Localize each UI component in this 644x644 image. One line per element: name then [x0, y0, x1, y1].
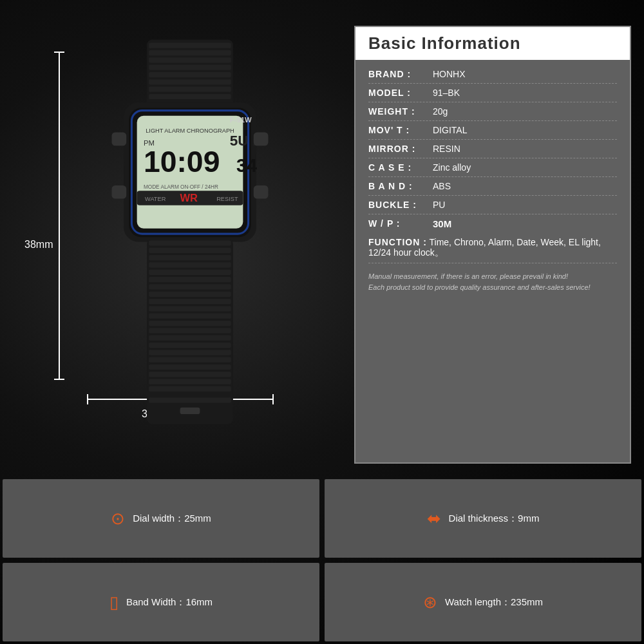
svg-rect-52 — [180, 408, 200, 414]
info-key-3: MOV' T : — [368, 125, 433, 135]
svg-rect-4 — [149, 65, 231, 70]
svg-rect-6 — [149, 79, 231, 84]
svg-rect-42 — [149, 328, 231, 333]
svg-rect-2 — [149, 50, 231, 55]
info-row-2: WEIGHT : 20g — [368, 102, 617, 121]
info-row-7: BUCKLE : PU — [368, 196, 617, 214]
info-row-5: C A S E : Zinc alloy — [368, 158, 617, 177]
info-row-1: MODEL : 91–BK — [368, 84, 617, 102]
info-key-7: BUCKLE : — [368, 200, 433, 210]
dial-thickness-cell: ⬌ Dial thickness：9mm — [325, 479, 641, 558]
svg-rect-5 — [149, 72, 231, 77]
info-key-5: C A S E : — [368, 162, 433, 173]
watch-length-cell: ⊛ Watch length：235mm — [325, 563, 641, 641]
info-val-4: RESIN — [433, 144, 617, 154]
info-key-6: B A N D : — [368, 181, 433, 191]
svg-text:5U: 5U — [230, 133, 249, 149]
watch-area: 38mm 35mm — [13, 19, 348, 470]
info-title: Basic Information — [368, 33, 521, 53]
band-width-icon: ▯ — [109, 592, 118, 612]
svg-text:F-91W: F-91W — [230, 116, 252, 124]
svg-rect-48 — [149, 372, 231, 377]
svg-text:MODE    ALARM  ON·OFF / 24HR: MODE ALARM ON·OFF / 24HR — [144, 184, 218, 190]
disclaimer-line2: Each product sold to provide quality ass… — [368, 282, 617, 293]
dial-width-icon: ⊙ — [111, 509, 125, 529]
svg-text:LIGHT      ALARM CHRONOGRAPH: LIGHT ALARM CHRONOGRAPH — [146, 128, 234, 134]
svg-rect-49 — [149, 379, 231, 384]
info-val-5: Zinc alloy — [433, 162, 617, 173]
svg-rect-7 — [149, 87, 231, 92]
svg-text:34: 34 — [236, 155, 257, 176]
info-key-4: MIRROR : — [368, 144, 433, 154]
svg-rect-44 — [149, 343, 231, 348]
svg-rect-31 — [149, 248, 231, 253]
dim-38mm-label: 38mm — [24, 239, 53, 251]
watch-length-icon: ⊛ — [423, 592, 437, 612]
info-val-0: HONHX — [433, 69, 617, 79]
info-row-8: W / P : 30M — [368, 214, 617, 233]
info-disclaimer: Manual measurement, if there is an error… — [368, 271, 617, 292]
svg-rect-27 — [254, 185, 269, 199]
info-val-1: 91–BK — [433, 88, 617, 98]
svg-rect-32 — [149, 255, 231, 260]
info-key-8: W / P : — [368, 218, 433, 229]
svg-text:WATER: WATER — [145, 196, 166, 202]
svg-rect-50 — [149, 386, 231, 392]
main-container: 38mm 35mm — [0, 0, 644, 644]
svg-text:WR: WR — [180, 192, 198, 204]
info-val-6: ABS — [433, 181, 617, 191]
svg-rect-25 — [112, 185, 127, 199]
function-key: FUNCTION : — [368, 237, 427, 247]
svg-rect-51 — [149, 397, 231, 402]
info-panel: Basic Information BRAND : HONHX MODEL : … — [354, 26, 631, 464]
dial-thickness-icon: ⬌ — [427, 509, 441, 529]
svg-rect-46 — [149, 357, 231, 363]
svg-text:RESIST: RESIST — [216, 196, 238, 202]
svg-rect-3 — [149, 57, 231, 62]
svg-rect-30 — [149, 240, 231, 245]
info-content: BRAND : HONHX MODEL : 91–BK WEIGHT : 20g… — [355, 60, 630, 298]
svg-rect-35 — [149, 277, 231, 282]
info-function-row: FUNCTION : Time, Chrono, Alarm, Date, We… — [368, 233, 617, 263]
watch-length-label: Watch length：235mm — [445, 596, 543, 609]
dial-width-label: Dial width：25mm — [133, 513, 211, 525]
disclaimer-line1: Manual measurement, if there is an error… — [368, 271, 617, 282]
info-val-7: PU — [433, 200, 617, 210]
info-key-0: BRAND : — [368, 69, 433, 79]
info-val-8: 30M — [433, 218, 617, 229]
info-title-bar: Basic Information — [355, 27, 630, 60]
info-row-0: BRAND : HONHX — [368, 65, 617, 84]
svg-rect-1 — [149, 43, 231, 48]
bottom-bar-2: ▯ Band Width：16mm ⊛ Watch length：235mm — [0, 560, 644, 644]
svg-rect-36 — [149, 284, 231, 289]
svg-rect-41 — [149, 321, 231, 326]
svg-rect-33 — [149, 262, 231, 267]
svg-rect-40 — [149, 314, 231, 319]
band-width-cell: ▯ Band Width：16mm — [3, 563, 319, 641]
dial-thickness-label: Dial thickness：9mm — [449, 513, 540, 525]
svg-text:10:09: 10:09 — [144, 145, 220, 178]
band-width-label: Band Width：16mm — [126, 596, 213, 609]
svg-rect-8 — [149, 94, 231, 99]
svg-rect-43 — [149, 336, 231, 341]
svg-rect-45 — [149, 350, 231, 355]
svg-rect-26 — [254, 133, 269, 146]
svg-rect-24 — [112, 133, 127, 146]
dial-width-cell: ⊙ Dial width：25mm — [3, 479, 319, 558]
bottom-bar: ⊙ Dial width：25mm ⬌ Dial thickness：9mm — [0, 477, 644, 560]
svg-rect-34 — [149, 270, 231, 275]
watch-image: LIGHT ALARM CHRONOGRAPH PM 5U 20 10:09 3… — [77, 39, 303, 425]
info-row-6: B A N D : ABS — [368, 177, 617, 196]
svg-rect-38 — [149, 299, 231, 304]
info-val-3: DIGITAL — [433, 125, 617, 135]
info-key-1: MODEL : — [368, 88, 433, 98]
top-section: 38mm 35mm — [0, 0, 644, 477]
svg-rect-37 — [149, 292, 231, 297]
svg-rect-39 — [149, 306, 231, 311]
info-row-4: MIRROR : RESIN — [368, 140, 617, 158]
info-key-2: WEIGHT : — [368, 106, 433, 117]
info-row-3: MOV' T : DIGITAL — [368, 121, 617, 140]
svg-rect-47 — [149, 365, 231, 370]
info-val-2: 20g — [433, 106, 617, 117]
